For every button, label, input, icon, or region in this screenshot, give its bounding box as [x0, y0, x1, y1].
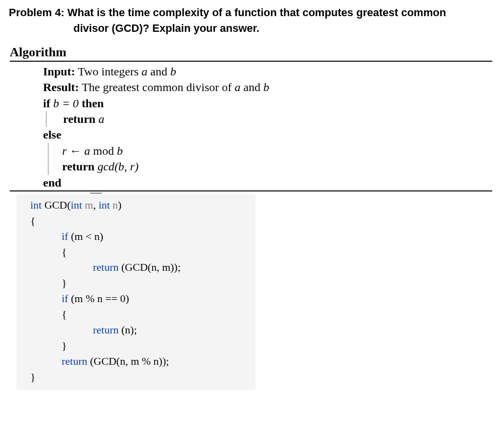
var-b: b	[170, 65, 176, 78]
mod-word: mod	[90, 144, 117, 157]
kw-int: int	[30, 199, 42, 211]
overline-decoration	[90, 193, 102, 193]
assign-line: r ← a mod b	[62, 143, 492, 159]
problem-header: Problem 4: What is the time complexity o…	[9, 5, 492, 36]
code-block: int GCD(int m, int n) { if (m < n) { ret…	[17, 194, 255, 390]
problem-question-line2: divisor (GCD)? Explain your answer.	[9, 21, 492, 36]
a-var: a	[84, 144, 90, 157]
cond2: (m % n == 0)	[68, 292, 129, 305]
if-cond: b = 0	[53, 97, 79, 110]
input-text: Two integers	[78, 65, 141, 78]
r-var: r	[62, 144, 67, 157]
gcd-fn: gcd	[97, 160, 114, 173]
algo-if-line: if b = 0 then	[43, 95, 492, 111]
kw-return2: return	[93, 324, 119, 336]
ret1: (GCD(n, m));	[119, 261, 181, 273]
and-word: and	[147, 65, 170, 78]
return-kw2: return	[62, 160, 97, 173]
input-label: Input:	[43, 65, 75, 78]
then-kw: then	[79, 97, 104, 110]
comma: ,	[93, 199, 98, 211]
code-line-5: return (GCD(n, m));	[30, 259, 250, 275]
result-label: Result:	[43, 81, 79, 94]
code-line-7: if (m % n == 0)	[30, 291, 250, 307]
return-kw: return	[63, 113, 98, 125]
else-body: r ← a mod b return gcd(b, r)	[48, 143, 492, 175]
algo-input-line: Input: Two integers a and b	[43, 64, 492, 79]
return-gcd-line: return gcd(b, r)	[62, 159, 492, 174]
var-b2: b	[263, 81, 269, 94]
ret3: (GCD(n, m % n));	[88, 355, 169, 367]
cond1: (m < n)	[68, 230, 103, 242]
if-kw: if	[43, 97, 53, 110]
kw-return3: return	[62, 355, 88, 367]
fn-name: GCD(	[42, 199, 70, 211]
kw-return1: return	[93, 261, 119, 273]
kw-if2: if	[62, 292, 68, 305]
if-body: return a	[46, 111, 492, 127]
else-line: else	[43, 127, 492, 142]
ret2: (n);	[119, 324, 137, 336]
code-line-4: {	[30, 244, 250, 260]
end-line: end	[43, 175, 492, 190]
code-line-8: {	[30, 307, 250, 322]
algo-result-line: Result: The greatest common divisor of a…	[43, 79, 492, 95]
code-line-11: return (GCD(n, m % n));	[30, 354, 250, 369]
algorithm-block: Algorithm Input: Two integers a and b Re…	[10, 45, 492, 191]
b-var: b	[117, 144, 123, 157]
problem-question-line1: What is the time complexity of a functio…	[68, 6, 446, 19]
gcd-args: (b, r)	[114, 160, 138, 173]
code-line-10: }	[30, 338, 250, 354]
else-kw: else	[43, 128, 61, 141]
code-line-2: {	[30, 213, 250, 229]
arrow: ←	[67, 144, 84, 157]
algorithm-body: Input: Two integers a and b Result: The …	[10, 64, 492, 190]
kw-int3: int	[98, 199, 110, 211]
param-m: m	[82, 199, 93, 211]
result-text: The greatest common divisor of	[82, 81, 235, 94]
end-kw: end	[43, 176, 61, 189]
code-line-1: int GCD(int m, int n)	[30, 197, 250, 213]
algorithm-title: Algorithm	[10, 45, 492, 60]
kw-int2: int	[71, 199, 82, 211]
code-line-6: }	[30, 275, 250, 291]
code-wrap: int GCD(int m, int n) { if (m < n) { ret…	[9, 194, 492, 390]
problem-label: Problem 4:	[9, 6, 68, 19]
algorithm-rule-bottom	[10, 190, 492, 191]
algorithm-rule-top	[10, 61, 492, 62]
and-word2: and	[241, 81, 264, 94]
return-a-var: a	[98, 113, 104, 125]
code-line-12: }	[30, 369, 250, 385]
kw-if: if	[62, 230, 68, 242]
page-root: Problem 4: What is the time complexity o…	[0, 0, 501, 409]
code-line-3: if (m < n)	[30, 229, 250, 244]
var-a2: a	[235, 81, 241, 94]
return-a-line: return a	[63, 111, 492, 127]
close-paren: )	[118, 199, 121, 211]
param-n: n	[110, 199, 118, 211]
code-line-9: return (n);	[30, 322, 250, 338]
var-a: a	[141, 65, 147, 78]
